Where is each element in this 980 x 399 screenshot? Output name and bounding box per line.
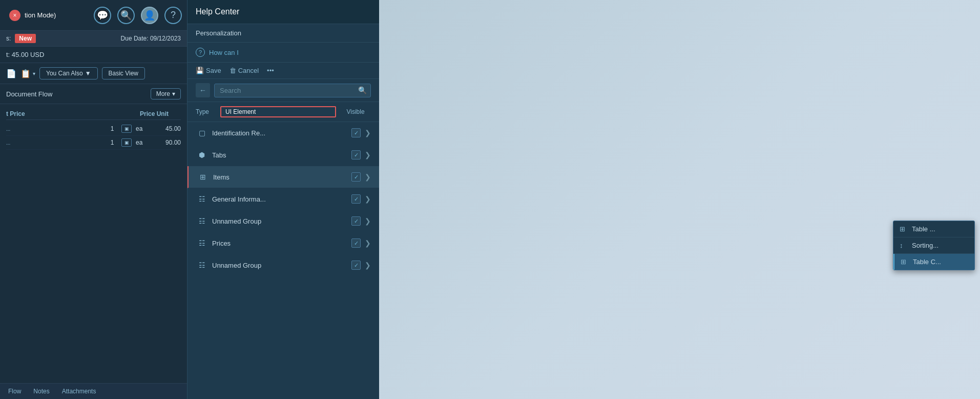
panel-row-tabs[interactable]: ⬢ Tabs ✓ ❯ — [187, 144, 379, 166]
table-context-label: Table ... — [912, 225, 935, 233]
panel-row-identification[interactable]: ▢ Identification Re... ✓ ❯ — [187, 122, 379, 144]
col-type-header: Type — [196, 108, 216, 115]
prices-arrow-icon: ❯ — [365, 239, 371, 247]
toolbar: 📄 📋 ▾ You Can Also ▼ Basic View — [0, 63, 187, 84]
tabs-icon: ⬢ — [196, 149, 208, 161]
identification-icon: ▢ — [196, 127, 208, 139]
general-arrow-icon: ❯ — [365, 195, 371, 203]
save-button[interactable]: 💾 Save — [196, 67, 221, 74]
unnamed2-icon: ☷ — [196, 259, 208, 271]
top-header: × tion Mode) 💬 🔍 👤 ? — [0, 0, 187, 31]
header-title: × tion Mode) — [5, 10, 56, 21]
close-button[interactable]: × — [9, 10, 20, 21]
more-button[interactable]: More ▾ — [151, 88, 181, 99]
row2-dots: ... — [6, 140, 103, 146]
general-label: General Informa... — [212, 195, 347, 203]
cancel-button[interactable]: 🗑 Cancel — [230, 67, 259, 74]
col-header-price: t Price — [6, 110, 136, 117]
row1-dots: ... — [6, 126, 103, 132]
tab-attachments[interactable]: Attachments — [60, 387, 98, 396]
col-visible-header: Visible — [340, 108, 371, 115]
panel-row-unnamed2[interactable]: ☷ Unnamed Group ✓ ❯ — [187, 254, 379, 276]
general-checkbox[interactable]: ✓ — [351, 194, 361, 204]
more-actions-button[interactable]: ••• — [267, 67, 274, 74]
more-chevron-icon: ▾ — [172, 90, 175, 97]
items-label: Items — [213, 173, 347, 181]
context-item-sorting[interactable]: ↕ Sorting... — [893, 237, 974, 254]
table-context-icon: ⊞ — [900, 225, 908, 233]
row1-qty: 1 — [107, 125, 117, 132]
identification-label: Identification Re... — [212, 129, 347, 137]
save-icon: 💾 — [196, 67, 204, 74]
prices-label: Prices — [212, 240, 347, 247]
search-input[interactable] — [214, 84, 371, 97]
unnamed1-icon: ☷ — [196, 215, 208, 227]
you-can-also-chevron-icon: ▼ — [85, 70, 91, 77]
tabs-checkbox[interactable]: ✓ — [351, 150, 361, 159]
row2-calc-icon[interactable]: ▣ — [121, 138, 132, 147]
basic-view-button[interactable]: Basic View — [102, 67, 145, 79]
row1-price: 45.00 — [155, 125, 181, 132]
unnamed1-label: Unnamed Group — [212, 217, 347, 225]
status-badge: New — [15, 34, 36, 43]
panel-row-items[interactable]: ⊞ Items ✓ ❯ — [187, 166, 379, 188]
feedback-icon[interactable]: 💬 — [94, 7, 111, 24]
sorting-context-icon: ↕ — [900, 242, 908, 249]
row2-price: 90.00 — [155, 139, 181, 146]
table-c-context-icon: ⊞ — [901, 258, 909, 266]
panel-row-general[interactable]: ☷ General Informa... ✓ ❯ — [187, 188, 379, 210]
search-back-button[interactable]: ← — [196, 83, 210, 97]
prices-checkbox[interactable]: ✓ — [351, 238, 361, 248]
background-area — [379, 0, 980, 399]
panel-row-unnamed1[interactable]: ☷ Unnamed Group ✓ ❯ — [187, 210, 379, 232]
table-row: ... 1 ▣ ea 45.00 — [6, 122, 181, 136]
copy-chevron-icon[interactable]: ▾ — [33, 71, 35, 76]
unnamed1-checkbox[interactable]: ✓ — [351, 216, 361, 226]
due-date: Due Date: 09/12/2023 — [121, 35, 181, 42]
amount-bar: t: 45.00 USD — [0, 47, 187, 63]
tabs-label: Tabs — [212, 151, 347, 159]
toolbar-icon-1: 📄 — [6, 69, 16, 78]
table-c-context-label: Table C... — [913, 258, 941, 266]
table-headers: t Price Price Unit — [6, 108, 181, 120]
unnamed2-arrow-icon: ❯ — [365, 261, 371, 269]
help-icon[interactable]: ? — [164, 7, 182, 24]
row1-calc-icon[interactable]: ▣ — [121, 125, 132, 133]
search-input-wrap: 🔍 — [214, 84, 371, 97]
identification-checkbox[interactable]: ✓ — [351, 128, 361, 137]
row2-qty: 1 — [107, 139, 117, 146]
help-panel-title: Help Center — [187, 0, 379, 24]
bottom-tabs: Flow Notes Attachments — [0, 383, 187, 399]
unnamed2-label: Unnamed Group — [212, 262, 347, 269]
help-panel: Help Center Personalization ? How can I … — [187, 0, 379, 399]
app-area: × tion Mode) 💬 🔍 👤 ? s: New Due Date: 09… — [0, 0, 187, 399]
cancel-icon: 🗑 — [230, 67, 236, 74]
unnamed2-checkbox[interactable]: ✓ — [351, 261, 361, 270]
items-checkbox[interactable]: ✓ — [351, 172, 361, 182]
how-can-i-link[interactable]: ? How can I — [187, 43, 379, 63]
prices-icon: ☷ — [196, 237, 208, 249]
tab-flow[interactable]: Flow — [6, 387, 23, 396]
row1-ea: ea — [136, 125, 151, 132]
table-area: t Price Price Unit ... 1 ▣ ea 45.00 ... … — [0, 104, 187, 154]
col-header-unit: Price Unit — [140, 110, 181, 117]
search-submit-icon[interactable]: 🔍 — [358, 86, 367, 94]
question-icon: ? — [196, 48, 205, 57]
search-bar: ← 🔍 — [187, 79, 379, 102]
status-prefix: s: — [6, 35, 11, 42]
sorting-context-label: Sorting... — [912, 242, 939, 249]
unnamed1-arrow-icon: ❯ — [365, 217, 371, 225]
personalization-title: Personalization — [187, 24, 379, 43]
context-item-table[interactable]: ⊞ Table ... — [893, 221, 974, 237]
you-can-also-button[interactable]: You Can Also ▼ — [39, 67, 98, 79]
panel-table-header: Type UI Element Visible — [187, 102, 379, 122]
user-avatar[interactable]: 👤 — [141, 7, 158, 24]
table-row: ... 1 ▣ ea 90.00 — [6, 136, 181, 150]
items-icon: ⊞ — [197, 171, 209, 183]
tab-notes[interactable]: Notes — [31, 387, 51, 396]
copy-icon[interactable]: 📋 — [20, 69, 31, 78]
col-ui-element-header: UI Element — [220, 106, 336, 117]
search-header-icon[interactable]: 🔍 — [117, 7, 135, 24]
panel-row-prices[interactable]: ☷ Prices ✓ ❯ — [187, 232, 379, 254]
context-item-table-c[interactable]: ⊞ Table C... — [893, 254, 974, 270]
